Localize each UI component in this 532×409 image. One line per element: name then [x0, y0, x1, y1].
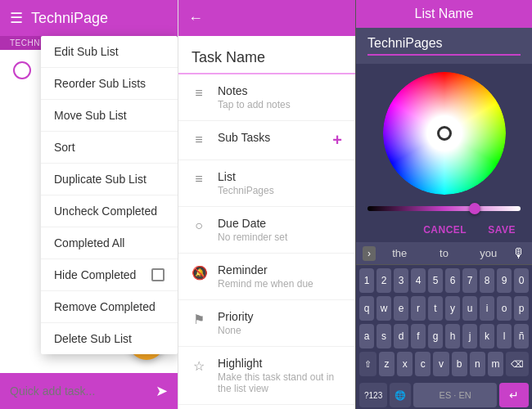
hamburger-icon[interactable]: ☰ — [10, 9, 23, 27]
subtasks-label: Sub Tasks — [218, 131, 321, 144]
reminder-sub: Remind me when due — [218, 278, 342, 290]
row-notes[interactable]: ≡ Notes Tap to add notes — [178, 74, 355, 121]
menu-item-reorder-sub-lists[interactable]: Reorder Sub Lists — [41, 68, 178, 100]
list-item-circle-icon — [13, 61, 31, 79]
key-8[interactable]: 8 — [480, 268, 494, 293]
key-f[interactable]: f — [411, 324, 426, 348]
key-j[interactable]: j — [462, 324, 477, 348]
panel-task-detail: ← Task Name ✓ ≡ Notes Tap to add notes ≡… — [178, 0, 355, 409]
quick-add-input[interactable] — [10, 384, 156, 398]
menu-item-hide-completed[interactable]: Hide Completed — [41, 259, 178, 291]
suggestion-to[interactable]: to — [423, 245, 464, 261]
key-y[interactable]: y — [445, 296, 460, 321]
list-sub: TechniPages — [218, 185, 342, 196]
key-o[interactable]: o — [497, 296, 512, 321]
add-subtask-button[interactable]: + — [332, 131, 342, 150]
context-menu: Edit Sub List Reorder Sub Lists Move Sub… — [41, 36, 178, 354]
row-due-date[interactable]: ○ Due Date No reminder set — [178, 207, 355, 254]
key-v[interactable]: v — [433, 352, 449, 376]
row-reminder[interactable]: 🔕 Reminder Remind me when due — [178, 254, 355, 300]
key-u[interactable]: u — [462, 296, 477, 321]
back-arrow-icon[interactable]: ← — [188, 10, 203, 27]
panel3-title: List Name — [414, 7, 473, 21]
hide-completed-checkbox[interactable] — [151, 268, 165, 281]
key-3[interactable]: 3 — [394, 268, 408, 293]
digits-key[interactable]: ?123 — [359, 383, 387, 407]
brightness-slider-track[interactable] — [367, 206, 521, 211]
key-6[interactable]: 6 — [445, 268, 460, 293]
menu-item-move-sub-list[interactable]: Move Sub List — [41, 100, 178, 132]
keyboard-row-a: a s d f g h j k l ñ — [359, 324, 529, 348]
row-list[interactable]: ≡ List TechniPages — [178, 160, 355, 207]
key-q[interactable]: q — [359, 296, 374, 321]
color-wheel-container[interactable] — [356, 64, 532, 203]
key-0[interactable]: 0 — [514, 268, 529, 293]
key-t[interactable]: t — [428, 296, 443, 321]
list-name-input-section[interactable] — [356, 28, 532, 64]
task-name-section[interactable]: Task Name — [178, 36, 355, 74]
key-m[interactable]: m — [488, 352, 503, 376]
key-1[interactable]: 1 — [359, 268, 374, 293]
key-x[interactable]: x — [397, 352, 413, 376]
panel2-header: ← — [178, 0, 355, 36]
quick-add-bar: ➤ — [0, 373, 178, 409]
key-l[interactable]: l — [497, 324, 512, 348]
key-r[interactable]: r — [411, 296, 426, 321]
keyboard: › the to you 🎙 1 2 3 4 5 6 7 8 9 0 q w — [356, 242, 532, 409]
brightness-slider-container[interactable] — [356, 203, 532, 218]
menu-item-uncheck-completed[interactable]: Uncheck Completed — [41, 196, 178, 227]
cancel-button[interactable]: CANCEL — [418, 221, 471, 239]
shift-key[interactable]: ⇧ — [359, 352, 376, 376]
backspace-key[interactable]: ⌫ — [506, 352, 529, 376]
menu-item-sort[interactable]: Sort — [41, 132, 178, 164]
enter-key[interactable]: ↵ — [499, 383, 529, 407]
row-subtasks[interactable]: ≡ Sub Tasks + — [178, 121, 355, 160]
menu-item-delete-sub-list[interactable]: Delete Sub List — [41, 323, 178, 354]
key-5[interactable]: 5 — [428, 268, 443, 293]
key-4[interactable]: 4 — [411, 268, 426, 293]
highlight-sub: Make this task stand out in the list vie… — [218, 371, 342, 394]
globe-key[interactable]: 🌐 — [390, 383, 411, 407]
suggestion-the[interactable]: the — [379, 245, 420, 261]
list-name-input[interactable] — [367, 36, 521, 56]
key-b[interactable]: b — [452, 352, 467, 376]
key-n-tilde[interactable]: ñ — [514, 324, 529, 348]
row-priority[interactable]: ⚑ Priority None — [178, 300, 355, 347]
key-w[interactable]: w — [376, 296, 391, 321]
microphone-icon[interactable]: 🎙 — [512, 246, 525, 261]
key-e[interactable]: e — [394, 296, 408, 321]
due-date-label: Due Date — [218, 217, 342, 230]
menu-item-duplicate-sub-list[interactable]: Duplicate Sub List — [41, 164, 178, 196]
key-d[interactable]: d — [394, 324, 408, 348]
row-completed[interactable]: ○ Completed — [178, 405, 355, 409]
key-2[interactable]: 2 — [376, 268, 391, 293]
key-n[interactable]: n — [470, 352, 485, 376]
space-bar[interactable]: ES · EN — [413, 383, 497, 407]
key-9[interactable]: 9 — [497, 268, 512, 293]
send-icon[interactable]: ➤ — [156, 382, 168, 400]
suggestion-you[interactable]: you — [468, 245, 509, 261]
key-s[interactable]: s — [376, 324, 391, 348]
keyboard-row-q: q w e r t y u i o p — [359, 296, 529, 321]
key-a[interactable]: a — [359, 324, 374, 348]
key-h[interactable]: h — [445, 324, 460, 348]
task-name: Task Name — [192, 49, 342, 66]
key-z[interactable]: z — [379, 352, 394, 376]
highlight-icon: ☆ — [192, 358, 206, 374]
key-g[interactable]: g — [428, 324, 443, 348]
menu-item-edit-sub-list[interactable]: Edit Sub List — [41, 36, 178, 68]
save-button[interactable]: SAVE — [483, 221, 521, 239]
menu-item-remove-completed[interactable]: Remove Completed — [41, 291, 178, 323]
key-7[interactable]: 7 — [462, 268, 477, 293]
row-highlight[interactable]: ☆ Highlight Make this task stand out in … — [178, 347, 355, 405]
key-c[interactable]: c — [415, 352, 431, 376]
color-wheel[interactable] — [383, 72, 506, 195]
color-wheel-selector[interactable] — [437, 126, 452, 141]
key-k[interactable]: k — [480, 324, 494, 348]
menu-item-completed-all[interactable]: Completed All — [41, 227, 178, 259]
key-p[interactable]: p — [514, 296, 529, 321]
panel3-header: List Name — [356, 0, 532, 28]
keyboard-expand-button[interactable]: › — [363, 246, 376, 261]
key-i[interactable]: i — [480, 296, 494, 321]
brightness-thumb[interactable] — [469, 203, 480, 214]
